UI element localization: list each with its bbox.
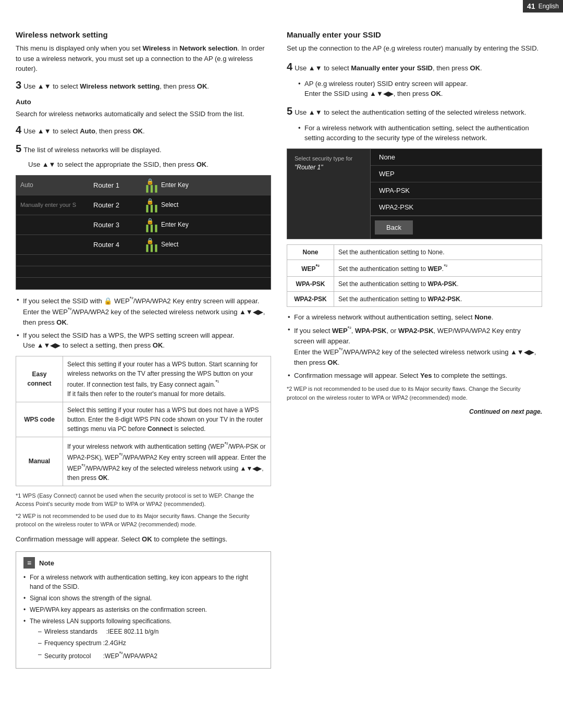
router-signal-4: 🔒▐▐▐ (140, 238, 161, 252)
security-footer: Back (371, 216, 542, 239)
spec-freq: Frequency spectrum :2.4GHz (38, 638, 263, 648)
router-action-3: Enter Key (161, 221, 266, 228)
auth-desc-wep: Set the authentication setting to WEP.*² (334, 260, 542, 276)
method-row-easy: Easy connect Select this setting if your… (16, 356, 271, 402)
language-label: English (538, 3, 559, 10)
auth-type-wpa2-psk: WPA2-PSK (287, 291, 334, 306)
method-desc-wps: Select this setting if your router has a… (63, 402, 271, 437)
security-box-right: None WEP WPA-PSK WPA2-PSK Back (371, 149, 542, 239)
router-signal-2: 🔒▐▐▐ (140, 198, 161, 212)
left-column: Wireless network setting This menu is di… (16, 30, 271, 669)
auto-desc: Search for wireless networks automatical… (16, 109, 271, 119)
auth-table: None Set the authentication setting to N… (287, 244, 542, 307)
note-label: Note (39, 559, 54, 567)
router-cell-name-2: Router 2 (93, 201, 140, 209)
router-row-3: Router 3 🔒▐▐▐ Enter Key (16, 215, 271, 235)
step3-num: 3 (16, 77, 21, 93)
step5-sub: Use ▲▼ to select the appropriate the SSI… (16, 159, 271, 170)
auth-desc-none: Set the authentication setting to None. (334, 244, 542, 260)
back-btn-row: Back (371, 216, 542, 239)
step3-text: Use ▲▼ to select Wireless network settin… (23, 81, 209, 92)
auth-desc-wpa2-psk: Set the authentication setting to WPA2-P… (334, 291, 542, 306)
section-title-manual: Manually enter your SSID (287, 30, 542, 39)
wep-bullet-1: If you select the SSID with 🔒 WEP*²/WPA/… (16, 295, 271, 328)
router-signal-3: 🔒▐▐▐ (140, 218, 161, 232)
method-label-manual: Manual (16, 437, 63, 486)
router-row-empty1 (16, 255, 271, 266)
page-badge: 41 English (523, 0, 563, 13)
security-label-text: Select security type for (295, 155, 363, 162)
method-label-easy: Easy connect (16, 356, 63, 402)
router-action-4: Select (161, 241, 266, 248)
note-item-4: The wireless LAN supports following spec… (23, 616, 263, 661)
router-cell-name-1: Router 1 (93, 181, 140, 189)
router-signal-1: 🔒▐▐▐ (140, 178, 161, 192)
step5-sub-list: For a wireless network with authenticati… (287, 123, 542, 143)
auth-row-wep: WEP*² Set the authentication setting to … (287, 260, 542, 276)
spec-security: Security protocol :WEP*²/WPA/WPA2 (38, 650, 263, 661)
method-desc-easy: Select this setting if your router has a… (63, 356, 271, 402)
security-option-wpa2-psk[interactable]: WPA2-PSK (371, 199, 542, 216)
note-specs: Wireless standards :IEEE 802.11 b/g/n Fr… (30, 627, 263, 661)
method-desc-manual: If your wireless network with authentica… (63, 437, 271, 486)
router-row-4: Router 4 🔒▐▐▐ Select (16, 235, 271, 255)
back-button[interactable]: Back (375, 220, 413, 235)
step4-sub-list: AP (e.g wireless router) SSID entry scre… (287, 79, 542, 99)
auth-type-none: None (287, 244, 334, 260)
footnote2-right: *2 WEP is not recommended to be used due… (287, 385, 542, 402)
auto-heading: Auto (16, 98, 271, 106)
security-option-wep[interactable]: WEP (371, 166, 542, 182)
security-option-wpa-psk[interactable]: WPA-PSK (371, 182, 542, 199)
router-action-1: Enter Key (161, 181, 266, 189)
method-row-wps: WPS code Select this setting if your rou… (16, 402, 271, 437)
auth-bullet-1: For a wireless network without authentic… (287, 312, 542, 323)
step3-line: 3 Use ▲▼ to select Wireless network sett… (16, 77, 271, 93)
auth-row-none: None Set the authentication setting to N… (287, 244, 542, 260)
auth-bullet-3: Confirmation message will appear. Select… (287, 371, 542, 381)
wps-bullet-1: If you select the SSID has a WPS, the WP… (16, 330, 271, 351)
step5-sub-bullet1: For a wireless network with authenticati… (297, 123, 542, 143)
intro-text: This menu is displayed only when you set… (16, 43, 271, 74)
step4-text: Use ▲▼ to select Auto, then press OK. (23, 126, 144, 137)
right-intro: Set up the connection to the AP (e.g wir… (287, 43, 542, 54)
footnote1: *1 WPS (Easy Connect) cannot be used whe… (16, 491, 271, 509)
router-row-1: Auto Router 1 🔒▐▐▐ Enter Key (16, 176, 271, 195)
router-cell-name-4: Router 4 (93, 241, 140, 249)
footnote2-left: *2 WEP is not recommended to be used due… (16, 512, 271, 529)
confirm-line-left: Confirmation message will appear. Select… (16, 534, 271, 545)
note-header: ≡ Note (23, 557, 263, 569)
security-box-left: Select security type for "Router 1" (287, 149, 371, 239)
router-row-2: Manually enter your S Router 2 🔒▐▐▐ Sele… (16, 195, 271, 215)
note-list: For a wireless network with authenticati… (23, 573, 263, 661)
step5-right-text: Use ▲▼ to select the authentication sett… (295, 107, 526, 118)
router-select-box: Auto Router 1 🔒▐▐▐ Enter Key Manually en… (16, 175, 271, 290)
section-title-wireless: Wireless network setting (16, 30, 271, 39)
method-row-manual: Manual If your wireless network with aut… (16, 437, 271, 486)
step5-right-line: 5 Use ▲▼ to select the authentication se… (287, 103, 542, 119)
auth-type-wpa-psk: WPA-PSK (287, 276, 334, 291)
auth-bullets: For a wireless network without authentic… (287, 312, 542, 381)
step4-auto-line: 4 Use ▲▼ to select Auto, then press OK. (16, 122, 271, 138)
note-item-2: Signal icon shows the strength of the si… (23, 594, 263, 603)
router-cell-name-3: Router 3 (93, 221, 140, 229)
step4-num: 4 (16, 122, 21, 138)
auth-bullet-2: If you select WEP*², WPA-PSK, or WPA2-PS… (287, 325, 542, 368)
step5-text: The list of wireless networks will be di… (23, 145, 161, 155)
security-router-name: "Router 1" (295, 164, 363, 171)
page-number: 41 (527, 2, 535, 10)
security-option-none[interactable]: None (371, 149, 542, 166)
note-icon: ≡ (23, 557, 35, 569)
router-row-empty3 (16, 278, 271, 289)
step5-num: 5 (16, 141, 21, 156)
step4-sub-bullet1: AP (e.g wireless router) SSID entry scre… (297, 79, 542, 99)
spec-standards: Wireless standards :IEEE 802.11 b/g/n (38, 627, 263, 636)
connect-method-table: Easy connect Select this setting if your… (16, 356, 271, 486)
step5-auto-line: 5 The list of wireless networks will be … (16, 141, 271, 156)
router-row-empty2 (16, 266, 271, 278)
step5-right-num: 5 (287, 103, 292, 119)
router-cell-label-1: Auto (20, 181, 93, 189)
right-column: Manually enter your SSID Set up the conn… (287, 30, 542, 669)
auth-desc-wpa-psk: Set the authentication setting to WPA-PS… (334, 276, 542, 291)
router-action-2: Select (161, 201, 266, 208)
wep-bullets: If you select the SSID with 🔒 WEP*²/WPA/… (16, 295, 271, 351)
